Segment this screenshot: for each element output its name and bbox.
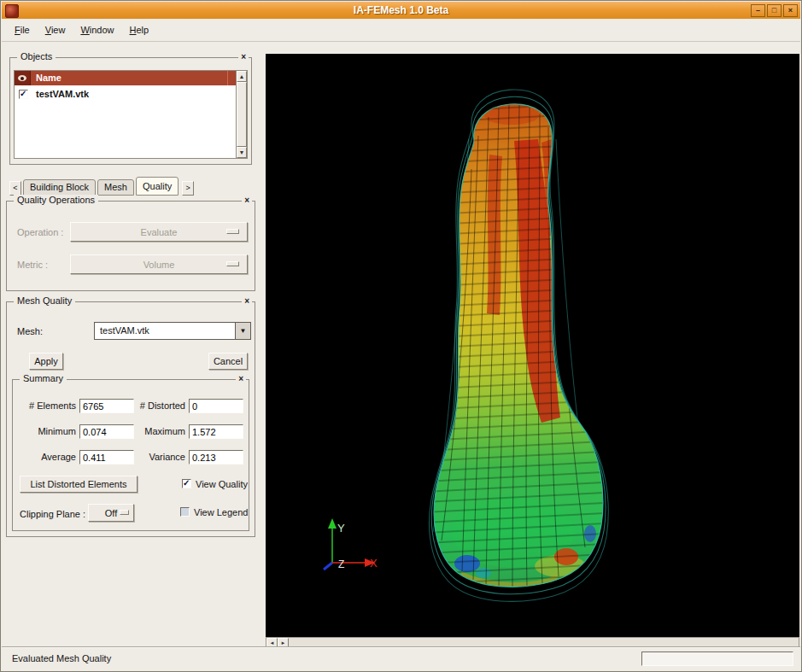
maximize-icon: □	[772, 6, 776, 15]
chevron-down-icon[interactable]: ▼	[235, 323, 250, 339]
tab-prev-icon: <	[13, 184, 17, 192]
left-panel: Objects × Name ✓ testVAM.vtk ▲ ▼	[6, 42, 261, 648]
minimize-icon: –	[756, 6, 760, 15]
option-menu-dash-icon	[120, 510, 129, 515]
minimum-label: Minimum	[13, 424, 76, 439]
axis-triad: Y X Z	[324, 518, 378, 570]
objects-panel: Objects × Name ✓ testVAM.vtk ▲ ▼	[9, 57, 252, 165]
summary-title: Summary	[20, 373, 67, 383]
spare-column-header	[228, 71, 236, 85]
status-field[interactable]	[641, 652, 793, 666]
maximum-field[interactable]	[189, 424, 243, 439]
metric-dropdown: Volume	[70, 254, 248, 274]
tab-scroll-left-button[interactable]: <	[9, 181, 21, 196]
average-field[interactable]	[79, 450, 134, 465]
menu-item-file[interactable]: File	[7, 22, 38, 38]
objects-table-header: Name	[15, 71, 236, 85]
titlebar[interactable]: IA-FEMesh 1.0 Beta – □ ×	[2, 2, 800, 20]
maximize-button[interactable]: □	[767, 4, 782, 17]
menu-item-window[interactable]: Window	[73, 22, 121, 38]
scroll-up-icon: ▲	[239, 73, 245, 79]
check-icon: ✓	[183, 478, 190, 488]
mesh-combobox[interactable]: testVAM.vtk ▼	[94, 322, 251, 340]
window-controls: – □ ×	[751, 4, 798, 17]
operation-label: Operation :	[17, 227, 63, 237]
window-title: IA-FEMesh 1.0 Beta	[2, 4, 800, 16]
tab-mesh[interactable]: Mesh	[97, 179, 134, 196]
object-row[interactable]: ✓ testVAM.vtk	[15, 85, 236, 102]
app-window: IA-FEMesh 1.0 Beta – □ × File View Windo…	[0, 0, 802, 672]
object-visibility-checkbox[interactable]: ✓	[19, 90, 28, 99]
axis-z-label: Z	[338, 558, 344, 570]
scroll-down-icon: ▼	[239, 149, 245, 155]
view-legend-checkbox[interactable]	[180, 507, 190, 517]
distorted-label: # Distorted	[134, 399, 185, 413]
variance-field[interactable]	[189, 450, 243, 465]
close-icon: ×	[788, 6, 793, 15]
mesh-quality-close-icon[interactable]: ×	[242, 296, 252, 306]
menu-item-view[interactable]: View	[38, 22, 73, 38]
statusbar: Evaluated Mesh Quality	[2, 646, 800, 670]
summary-panel: Summary × # Elements # Distorted Minimum…	[12, 379, 249, 531]
visibility-column-header[interactable]	[15, 71, 31, 85]
clipping-plane-dropdown[interactable]: Off	[88, 504, 134, 522]
tab-building-block[interactable]: Building Block	[23, 179, 96, 196]
view-legend-label: View Legend	[194, 507, 248, 517]
objects-scrollbar[interactable]: ▲ ▼	[236, 71, 247, 158]
eye-pupil	[20, 77, 24, 80]
object-name: testVAM.vtk	[36, 89, 89, 99]
objects-table: Name ✓ testVAM.vtk ▲ ▼	[14, 70, 248, 159]
metric-value: Volume	[143, 260, 175, 270]
objects-panel-title: Objects	[17, 51, 56, 61]
axis-y-label: Y	[337, 522, 345, 535]
axis-x-label: X	[370, 557, 378, 570]
scroll-left-icon: ◄	[270, 640, 275, 646]
clipping-plane-value: Off	[105, 508, 117, 518]
elements-field[interactable]	[79, 399, 134, 413]
menu-item-help[interactable]: Help	[122, 22, 157, 38]
minimize-button[interactable]: –	[751, 4, 765, 17]
viewport-canvas[interactable]: Y X Z	[266, 54, 799, 637]
eye-icon	[18, 75, 26, 81]
mesh-combobox-value: testVAM.vtk	[100, 325, 149, 336]
maximum-label: Maximum	[134, 424, 185, 439]
tabbar: < Building Block Mesh Quality >	[8, 175, 196, 196]
elements-label: # Elements	[13, 399, 76, 413]
summary-close-icon[interactable]: ×	[236, 374, 246, 383]
average-label: Average	[13, 450, 76, 465]
tab-quality[interactable]: Quality	[136, 177, 179, 196]
operation-value: Evaluate	[141, 227, 178, 237]
objects-scrollbar-thumb[interactable]	[237, 82, 247, 147]
scroll-down-button[interactable]: ▼	[237, 147, 247, 158]
metric-label: Metric :	[17, 260, 48, 270]
name-column-header[interactable]: Name	[31, 71, 228, 85]
bone-mesh	[394, 88, 650, 617]
quality-operations-close-icon[interactable]: ×	[242, 196, 252, 205]
operation-dropdown: Evaluate	[70, 222, 248, 242]
close-button[interactable]: ×	[783, 4, 798, 17]
distorted-field[interactable]	[189, 399, 243, 413]
clipping-plane-label: Clipping Plane :	[20, 505, 85, 523]
mesh-label: Mesh:	[17, 326, 43, 336]
menubar: File View Window Help	[2, 19, 800, 42]
minimum-field[interactable]	[79, 424, 134, 439]
option-menu-dash-icon	[226, 229, 239, 234]
quality-operations-panel: Quality Operations × Operation : Evaluat…	[6, 201, 255, 291]
scroll-up-button[interactable]: ▲	[237, 71, 247, 82]
scroll-right-icon: ►	[281, 640, 286, 646]
tab-next-icon: >	[186, 184, 190, 192]
cancel-button[interactable]: Cancel	[208, 353, 248, 370]
status-message: Evaluated Mesh Quality	[12, 653, 111, 663]
check-icon: ✓	[20, 89, 26, 98]
objects-panel-close-icon[interactable]: ×	[238, 52, 249, 61]
mesh-render: Y X Z	[266, 54, 799, 637]
view-quality-label: View Quality	[196, 479, 248, 489]
list-distorted-elements-button[interactable]: List Distorted Elements	[20, 476, 138, 493]
tab-scroll-right-button[interactable]: >	[182, 181, 194, 196]
apply-button[interactable]: Apply	[29, 353, 63, 370]
option-menu-dash-icon	[226, 261, 239, 266]
view-quality-checkbox[interactable]: ✓	[182, 479, 191, 488]
mesh-quality-title: Mesh Quality	[14, 295, 75, 306]
quality-operations-title: Quality Operations	[14, 195, 98, 205]
mesh-quality-panel: Mesh Quality × Mesh: testVAM.vtk ▼ Apply…	[6, 301, 255, 537]
